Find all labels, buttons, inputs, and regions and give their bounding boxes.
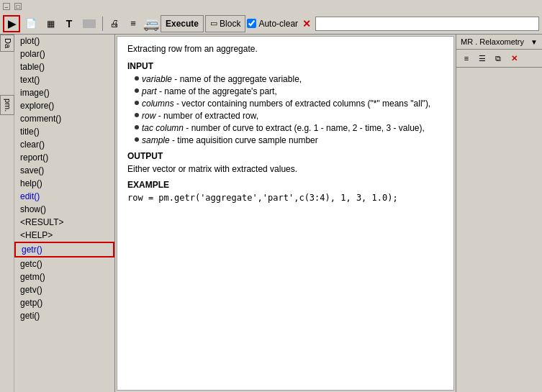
sidebar-item-clear[interactable]: clear(): [14, 138, 114, 151]
arrow-right-icon: ▶: [8, 18, 16, 29]
sidebar-item-show[interactable]: show(): [14, 203, 114, 216]
sidebar-item-title[interactable]: title(): [14, 125, 114, 138]
intro-text: Extracting row from an aggregate.: [127, 44, 443, 54]
sidebar-item-getc[interactable]: getc(): [14, 257, 114, 270]
list-item: sample - time aquisition curve sample nu…: [135, 135, 443, 145]
align-left-button[interactable]: ≡: [459, 51, 474, 65]
search-input[interactable]: [315, 17, 539, 31]
sidebar-item-save[interactable]: save(): [14, 164, 114, 177]
input-title: INPUT: [127, 61, 443, 71]
sidebar-item-help[interactable]: help(): [14, 177, 114, 190]
maximize-button[interactable]: □: [14, 3, 22, 10]
execute-button[interactable]: Execute: [161, 15, 204, 32]
sidebar-item-image[interactable]: image(): [14, 86, 114, 99]
close-right-button[interactable]: ✕: [507, 51, 521, 65]
text-button[interactable]: T: [60, 15, 78, 32]
document-button[interactable]: 📄: [22, 15, 40, 32]
bullet-icon: [135, 76, 139, 81]
sidebar-item-edit[interactable]: edit(): [14, 190, 114, 203]
sidebar-item-getm[interactable]: getm(): [14, 270, 114, 283]
auto-clear-container: Auto-clear: [247, 19, 298, 29]
list-item: tac column - number of curve to extract …: [135, 123, 443, 133]
right-panel: MR . Relaxometry ▼ ≡ ☰ ⧉ ✕: [456, 35, 542, 392]
sidebar-item-getr[interactable]: getr(): [14, 242, 114, 257]
auto-clear-checkbox[interactable]: [247, 19, 256, 28]
sidebar-item-comment[interactable]: comment(): [14, 112, 114, 125]
run-icon-button[interactable]: ▶: [3, 15, 20, 32]
gray-block-button[interactable]: [79, 15, 99, 32]
output-text: Either vector or matrix with extracted v…: [127, 164, 443, 174]
block-icon-small: ▭: [210, 19, 217, 28]
separator-1: [102, 17, 103, 31]
sidebar-item-text[interactable]: text(): [14, 73, 114, 86]
print-button[interactable]: 🖨: [106, 15, 123, 32]
title-bar: – □: [0, 0, 542, 13]
content-panel: Extracting row from an aggregate. INPUT …: [117, 36, 454, 391]
toolbar: ▶ 📄 ▦ T 🖨 ≡ 🚐 Execute ▭ Block Auto-clear: [0, 13, 542, 35]
list-button[interactable]: ≡: [125, 15, 142, 32]
example-title: EXAMPLE: [127, 180, 443, 190]
list-item: columns - vector containing numbers of e…: [135, 99, 443, 109]
sidebar-item-polar[interactable]: polar(): [14, 47, 114, 60]
main-area: Da pm. plot() polar() table() text() ima…: [0, 35, 542, 392]
sidebar-item-table[interactable]: table(): [14, 60, 114, 73]
sidebar-item-getv[interactable]: getv(): [14, 283, 114, 296]
block-button[interactable]: ▭ Block: [205, 15, 245, 32]
close-button[interactable]: ✕: [299, 18, 314, 29]
sidebar: plot() polar() table() text() image() ex…: [14, 35, 115, 392]
align-center-icon: ☰: [479, 54, 486, 63]
truck-icon: 🚐: [143, 16, 159, 32]
bullet-icon: [135, 88, 139, 93]
grid-icon: ▦: [47, 19, 55, 29]
bullet-icon: [135, 101, 139, 105]
text-icon: T: [66, 18, 73, 29]
bullet-icon: [135, 137, 139, 142]
right-panel-title: MR . Relaxometry: [461, 37, 524, 46]
sidebar-item-explore[interactable]: explore(): [14, 99, 114, 112]
example-code: row = pm.getr('aggregate','part',c(3:4),…: [127, 193, 443, 203]
list-item: row - number of extracted row,: [135, 111, 443, 121]
sidebar-item-result[interactable]: <RESULT>: [14, 216, 114, 229]
sidebar-item-plot[interactable]: plot(): [14, 35, 114, 47]
close-right-icon: ✕: [511, 54, 518, 63]
execute-label: Execute: [166, 19, 199, 29]
output-title: OUTPUT: [127, 151, 443, 161]
align-center-button[interactable]: ☰: [475, 51, 489, 65]
grid-button[interactable]: ▦: [42, 15, 59, 32]
list-item: part - name of the aggregate's part,: [135, 86, 443, 96]
copy-icon: ⧉: [495, 54, 501, 63]
dropdown-arrow-icon[interactable]: ▼: [530, 38, 538, 46]
sidebar-item-geti[interactable]: geti(): [14, 309, 114, 322]
sidebar-item-getp[interactable]: getp(): [14, 296, 114, 309]
print-icon: 🖨: [110, 18, 119, 29]
bullet-icon: [135, 125, 139, 129]
list-item: variable - name of the aggregate variabl…: [135, 74, 443, 84]
block-icon: [83, 19, 96, 28]
document-icon: 📄: [25, 18, 37, 29]
sidebar-item-report[interactable]: report(): [14, 151, 114, 164]
da-tab[interactable]: Da: [0, 35, 14, 52]
pm-tab[interactable]: pm.: [0, 95, 14, 115]
block-label: Block: [220, 19, 240, 29]
bullet-icon: [135, 113, 139, 117]
minimize-button[interactable]: –: [3, 3, 10, 10]
input-list: variable - name of the aggregate variabl…: [135, 74, 443, 145]
right-header: MR . Relaxometry ▼: [456, 35, 542, 50]
list-icon: ≡: [130, 18, 136, 29]
auto-clear-label: Auto-clear: [258, 19, 298, 29]
copy-button[interactable]: ⧉: [491, 51, 505, 65]
right-toolbar: ≡ ☰ ⧉ ✕: [456, 50, 542, 68]
sidebar-item-help-tag[interactable]: <HELP>: [14, 229, 114, 242]
align-left-icon: ≡: [464, 54, 469, 63]
